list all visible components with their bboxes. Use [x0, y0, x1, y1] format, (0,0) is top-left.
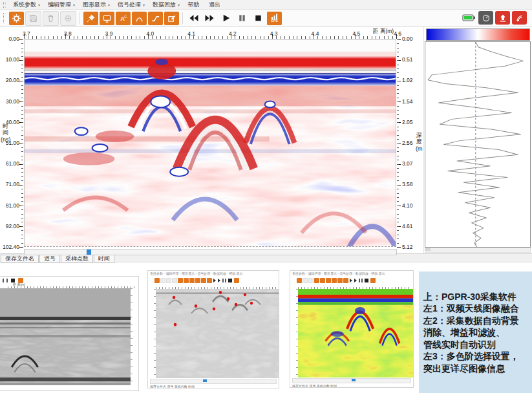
trace-waveform	[425, 41, 531, 248]
mini-tool-icon	[297, 278, 302, 283]
depth-tick-label: 4.61	[402, 223, 413, 229]
menu-item[interactable]: 数据回放 ▾	[149, 1, 184, 9]
menu-items: 系统参数 ▾ 编辑管理 ▾ 图形显示 ▾ 信号处理 ▾	[9, 1, 226, 9]
mini-tool-icon	[184, 278, 189, 283]
gps-button[interactable]: GPS	[267, 12, 282, 25]
thumbnail-multicolor-palette: 系统参数 - 编辑管理 - 图形显示 - 信号处理 - 数据回放 - 帮助 退出	[290, 270, 414, 388]
time-tick-label: 102.40	[3, 244, 19, 250]
time-tick-label: 71.00	[6, 181, 19, 187]
stop-icon	[228, 279, 232, 282]
mini-tool-icon	[160, 278, 165, 283]
mini-tool-icon	[343, 278, 348, 283]
target-button	[60, 11, 76, 26]
depth-tick-label: 2.05	[402, 119, 413, 125]
pause-icon	[6, 279, 8, 282]
caption-line: 左1：双频天线图像融合	[423, 303, 529, 314]
thumb2-scrollbar	[150, 379, 277, 384]
chevron-down-icon: ▾	[143, 3, 145, 7]
horizontal-scrollbar[interactable]	[24, 249, 397, 255]
stop-button[interactable]	[251, 12, 266, 25]
play-icon	[350, 279, 352, 282]
depth-tick-label: 1.54	[402, 98, 413, 105]
stop-icon	[365, 279, 368, 282]
mini-tool-icon	[314, 278, 319, 283]
play-button[interactable]	[218, 12, 233, 25]
thumb2-status: 保存文件名 道号 采样点数 时间	[148, 385, 279, 388]
scrollbar-handle[interactable]	[87, 250, 91, 255]
gear-icon	[12, 14, 21, 23]
rewind-button[interactable]	[186, 12, 201, 25]
trace-scrollbar[interactable]	[425, 248, 531, 253]
caption-line: 管线实时自动识别	[423, 339, 529, 350]
menu-bar: 系统参数 ▾ 编辑管理 ▾ 图形显示 ▾ 信号处理 ▾	[0, 0, 532, 10]
radargram-image[interactable]	[24, 39, 396, 247]
depth-tick-label: 5.12	[402, 244, 413, 250]
time-tick-label: 61.00	[6, 160, 19, 167]
fast-forward-button[interactable]	[202, 12, 217, 25]
gauge-icon	[482, 14, 491, 23]
toolbar-grip	[3, 13, 5, 23]
time-tick-label: 0.00	[8, 36, 19, 42]
thumb3-scroll-handle	[352, 379, 356, 381]
menu-item[interactable]: 帮助	[184, 1, 205, 9]
menu-item[interactable]: 编辑管理 ▾	[44, 1, 79, 9]
time-tick-label: 20.00	[6, 77, 19, 83]
color-scale-bar	[426, 28, 530, 41]
time-axis-label: 时间(ns)	[1, 123, 11, 143]
display-button[interactable]	[100, 12, 114, 25]
menu-item[interactable]: 系统参数 ▾	[9, 1, 44, 9]
radar-dish-icon	[515, 14, 524, 23]
thumb1-depth-ticks	[131, 288, 138, 385]
status-segment: 时间	[94, 255, 114, 263]
filter-button[interactable]	[148, 12, 163, 25]
play-icon	[354, 279, 357, 282]
gauge-button[interactable]	[478, 11, 493, 25]
mini-tool-icon	[166, 278, 171, 283]
mini-tool-icon	[337, 278, 343, 283]
mini-tool-icon	[195, 278, 200, 283]
delete-button	[43, 11, 59, 26]
save-icon	[29, 14, 37, 23]
edit-icon	[167, 14, 176, 23]
thumb2-time-ticks	[148, 289, 156, 378]
mini-tool-icon	[320, 278, 325, 283]
pause-icon	[237, 14, 247, 23]
upload-button[interactable]	[495, 11, 510, 25]
depth-axis-minor-ticks	[397, 39, 399, 247]
toolbar-grip	[3, 2, 6, 8]
depth-tick-label: 0.51	[402, 56, 413, 63]
depth-tick-label: 3.58	[402, 181, 413, 187]
svg-text:G: G	[124, 14, 127, 18]
settings-button[interactable]	[9, 12, 24, 25]
chevron-down-icon: ▾	[38, 3, 40, 7]
pause-icon	[225, 279, 226, 282]
toolbar-separator	[182, 12, 183, 24]
rewind-icon	[188, 14, 199, 23]
mini-tool-icon	[332, 278, 337, 283]
caption-line: 左2：采集数据自动背景	[423, 315, 529, 326]
menu-item[interactable]: 图形显示 ▾	[79, 1, 114, 9]
gain-button[interactable]: AG	[116, 12, 131, 25]
marker-button[interactable]	[83, 12, 98, 25]
depth-tick-label: 4.10	[402, 202, 413, 209]
hyperbola-button[interactable]	[132, 12, 147, 25]
battery-icon	[462, 14, 476, 22]
menu-item[interactable]: 信号处理 ▾	[114, 1, 149, 9]
main-content: 距 离(m) 3.73.83.94.04.14.24.34.44.54.6 0.…	[0, 27, 532, 253]
pause-button[interactable]	[235, 12, 250, 25]
thumb2-radargram	[156, 289, 279, 378]
edit-button[interactable]	[164, 12, 179, 25]
hyperbola-icon	[135, 14, 144, 23]
status-icons	[462, 11, 527, 25]
mini-tool-icon	[308, 278, 314, 283]
thumb3-toolbar	[290, 277, 413, 284]
trace-scrollbar-handle[interactable]	[425, 248, 431, 251]
menu-item[interactable]: 退出	[205, 1, 226, 9]
time-axis-minor-ticks	[21, 39, 23, 247]
depth-axis-label: 深度(m	[416, 132, 423, 152]
trash-icon	[47, 14, 55, 23]
antenna-button[interactable]	[512, 11, 527, 25]
caption-line: 左3：多色阶选择设置，	[423, 350, 529, 362]
upload-icon	[498, 14, 507, 23]
mini-tool-icon	[326, 278, 331, 283]
